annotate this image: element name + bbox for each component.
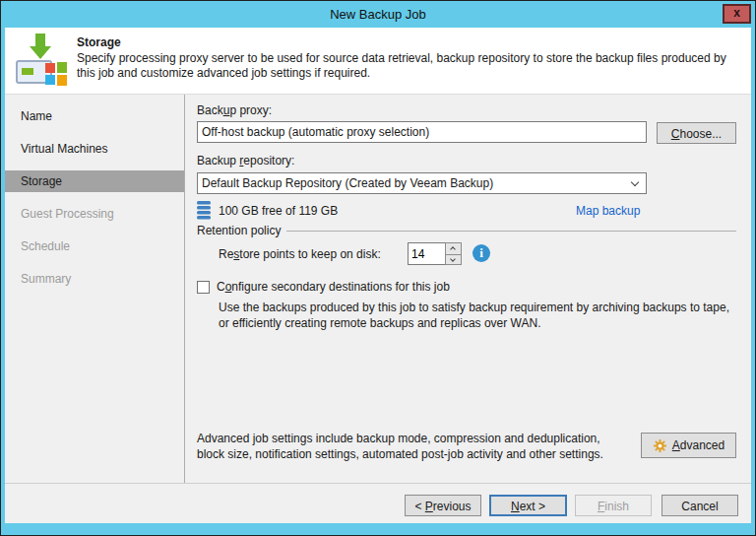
next-button[interactable]: Next > [489, 495, 567, 516]
close-icon: x [733, 6, 740, 20]
storage-step-content: Backup proxy: Choose... Backup repositor… [185, 95, 751, 483]
backup-repository-dropdown[interactable]: Default Backup Repository (Created by Ve… [197, 172, 647, 194]
secondary-destinations-label[interactable]: Configure secondary destinations for thi… [217, 280, 450, 294]
restore-points-input[interactable] [408, 242, 445, 265]
chevron-up-icon [450, 246, 456, 252]
sidebar-item-summary[interactable]: Summary [5, 268, 184, 290]
secondary-destinations-checkbox[interactable] [197, 281, 210, 294]
sidebar-item-virtual-machines[interactable]: Virtual Machines [5, 138, 184, 160]
backup-download-icon [15, 33, 68, 93]
advanced-settings-note: Advanced job settings include backup mod… [197, 431, 630, 462]
wizard-steps-sidebar: Name Virtual Machines Storage Guest Proc… [5, 95, 185, 483]
backup-repository-selected: Default Backup Repository (Created by Ve… [202, 176, 493, 190]
cancel-button[interactable]: Cancel [662, 495, 738, 516]
disk-stack-icon [196, 201, 212, 223]
sidebar-item-storage[interactable]: Storage [5, 170, 184, 192]
chevron-down-icon [631, 178, 639, 186]
map-backup-link[interactable]: Map backup [576, 204, 640, 218]
step-title: Storage [77, 35, 121, 49]
gear-icon [653, 438, 667, 453]
step-description: Specify processing proxy server to be us… [77, 51, 742, 81]
group-divider-line [286, 231, 736, 232]
wizard-body: Name Virtual Machines Storage Guest Proc… [5, 95, 751, 483]
restore-points-label: Restore points to keep on disk: [219, 247, 381, 261]
secondary-destinations-description: Use the backups produced by this job to … [219, 300, 738, 331]
spinner-down-button[interactable] [446, 254, 461, 265]
wizard-header: Storage Specify processing proxy server … [5, 28, 751, 95]
sidebar-item-name[interactable]: Name [5, 105, 184, 127]
choose-proxy-button[interactable]: Choose... [657, 122, 736, 144]
sidebar-item-guest-processing[interactable]: Guest Processing [5, 203, 184, 225]
previous-button[interactable]: < Previous [405, 495, 481, 516]
spinner-buttons [445, 242, 462, 265]
dialog-inner: Storage Specify processing proxy server … [5, 28, 751, 523]
sidebar-item-schedule[interactable]: Schedule [5, 235, 184, 257]
chevron-down-icon [450, 256, 456, 262]
new-backup-job-dialog: New Backup Job x Storage Specify process… [0, 0, 756, 536]
spinner-up-button[interactable] [446, 243, 461, 254]
retention-policy-label: Retention policy [197, 224, 281, 237]
restore-points-spinner [408, 242, 462, 265]
close-button[interactable]: x [723, 4, 751, 24]
advanced-button[interactable]: Advanced [641, 433, 736, 458]
backup-repository-label: Backup repository: [197, 154, 294, 168]
wizard-footer: < Previous Next > Finish Cancel [5, 483, 751, 523]
finish-button: Finish [575, 495, 652, 516]
titlebar[interactable]: New Backup Job x [1, 1, 755, 28]
backup-proxy-label: Backup proxy: [197, 103, 272, 117]
info-circle-icon: i [472, 244, 490, 262]
backup-proxy-input[interactable] [197, 121, 647, 143]
retention-policy-group: Retention policy [197, 224, 736, 237]
capacity-text: 100 GB free of 119 GB [219, 204, 338, 218]
window-title: New Backup Job [330, 7, 426, 22]
